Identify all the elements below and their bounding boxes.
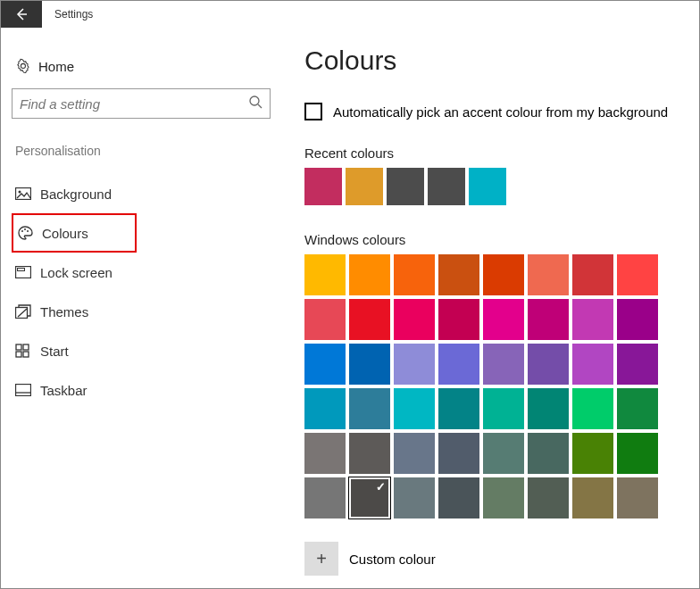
custom-colour-button[interactable]: + Custom colour [304,542,688,576]
windows-colour-swatch[interactable] [483,344,524,385]
sidebar-item-background[interactable]: Background [12,174,279,213]
windows-colour-swatch[interactable] [572,299,613,340]
windows-colour-swatch[interactable] [304,433,346,474]
checkbox-icon [304,103,322,120]
windows-colour-swatch[interactable] [349,254,390,295]
sidebar-item-lock-screen[interactable]: Lock screen [12,253,279,292]
taskbar-icon [15,384,40,396]
sidebar-item-start[interactable]: Start [12,331,279,370]
main-panel: Colours Automatically pick an accent col… [279,28,688,576]
page-title: Colours [304,46,688,76]
windows-colour-swatch[interactable] [438,388,479,429]
recent-colours-heading: Recent colours [304,145,688,161]
sidebar-item-label: Lock screen [40,265,112,280]
windows-colour-swatch[interactable] [483,388,524,429]
search-box[interactable] [12,88,271,119]
windows-colour-swatch[interactable] [349,433,390,474]
windows-colour-swatch[interactable] [528,254,569,295]
windows-colour-swatch[interactable] [349,344,390,385]
sidebar-item-label: Themes [40,304,88,319]
svg-point-5 [24,228,26,230]
windows-colour-swatch[interactable] [617,254,658,295]
recent-colour-swatch[interactable] [428,168,465,205]
recent-colour-swatch[interactable] [387,168,424,205]
sidebar-item-colours[interactable]: Colours [12,213,137,253]
windows-colour-swatch[interactable] [394,477,435,518]
windows-colour-swatch[interactable] [528,344,569,385]
plus-icon: + [304,542,338,576]
windows-colour-swatch[interactable] [617,299,658,340]
windows-colours-heading: Windows colours [304,232,688,247]
windows-colour-swatch[interactable] [438,433,479,474]
windows-colour-swatch[interactable] [572,344,613,385]
sidebar-item-themes[interactable]: Themes [12,292,279,331]
windows-colour-swatch[interactable] [483,477,524,518]
arrow-left-icon [14,7,29,21]
search-input[interactable] [20,96,248,112]
sidebar-item-label: Background [40,187,112,202]
windows-colour-swatch[interactable] [528,299,569,340]
windows-colour-swatch[interactable] [438,477,479,518]
windows-colour-swatch[interactable] [349,477,390,518]
windows-colour-swatch[interactable] [572,477,613,518]
windows-colour-swatch[interactable] [572,254,613,295]
sidebar-item-label: Taskbar [40,383,88,398]
sidebar-item-taskbar[interactable]: Taskbar [12,370,279,410]
windows-colour-swatch[interactable] [304,388,346,429]
windows-colour-swatch[interactable] [617,433,658,474]
windows-colour-swatch[interactable] [572,388,613,429]
home-label: Home [38,59,74,74]
svg-point-4 [21,230,23,232]
section-label: Personalisation [12,144,279,158]
windows-colour-swatch[interactable] [304,299,346,340]
sidebar-item-label: Start [40,344,69,359]
home-button[interactable]: Home [12,51,279,88]
windows-colour-swatch[interactable] [394,344,435,385]
windows-colour-swatch[interactable] [438,254,479,295]
recent-colour-swatch[interactable] [346,168,383,205]
sidebar-item-label: Colours [42,226,88,241]
windows-colour-swatch[interactable] [528,477,569,518]
search-icon [248,95,262,112]
windows-colours-grid [304,254,688,518]
windows-colour-swatch[interactable] [617,388,658,429]
windows-colour-swatch[interactable] [394,433,435,474]
svg-rect-8 [18,269,25,271]
windows-colour-swatch[interactable] [483,254,524,295]
windows-colour-swatch[interactable] [304,254,346,295]
svg-point-6 [27,230,29,232]
windows-colour-swatch[interactable] [349,299,390,340]
app-title: Settings [54,8,93,21]
lockscreen-icon [15,266,40,278]
start-icon [15,344,40,358]
windows-colour-swatch[interactable] [617,477,658,518]
back-button[interactable] [1,1,42,28]
windows-colour-swatch[interactable] [394,254,435,295]
svg-rect-9 [16,308,28,319]
windows-colour-swatch[interactable] [528,388,569,429]
svg-line-1 [258,104,262,108]
recent-colour-swatch[interactable] [304,168,342,205]
windows-colour-swatch[interactable] [483,299,524,340]
windows-colour-swatch[interactable] [394,299,435,340]
custom-colour-label: Custom colour [349,552,436,567]
svg-rect-12 [16,352,21,357]
windows-colour-swatch[interactable] [304,344,346,385]
windows-colour-swatch[interactable] [304,477,346,518]
recent-colour-swatch[interactable] [469,168,506,205]
windows-colour-swatch[interactable] [528,433,569,474]
palette-icon [17,225,42,241]
svg-rect-11 [23,344,29,350]
svg-rect-14 [16,385,31,396]
windows-colour-swatch[interactable] [394,388,435,429]
windows-colour-swatch[interactable] [483,433,524,474]
windows-colour-swatch[interactable] [617,344,658,385]
gear-icon [15,58,38,74]
sidebar: Home Personalisation BackgroundColoursLo… [12,28,279,576]
windows-colour-swatch[interactable] [349,388,390,429]
windows-colour-swatch[interactable] [438,299,479,340]
windows-colour-swatch[interactable] [438,344,479,385]
themes-icon [15,304,40,319]
auto-pick-checkbox[interactable]: Automatically pick an accent colour from… [304,103,688,120]
windows-colour-swatch[interactable] [572,433,613,474]
